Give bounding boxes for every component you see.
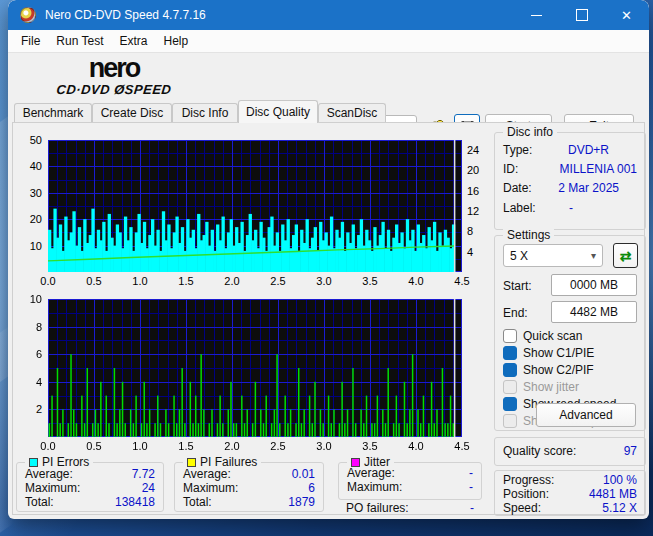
quick-scan-label: Quick scan	[523, 329, 582, 343]
po-failures-label: PO failures:	[346, 501, 409, 515]
show-read-speed-checkbox[interactable]	[503, 397, 517, 411]
minimize-icon	[531, 15, 542, 16]
tab-benchmark[interactable]: Benchmark	[14, 103, 92, 122]
jitter-maximum-value: -	[469, 480, 473, 494]
quality-score-row: Quality score: 97	[503, 444, 637, 458]
disc-info-title: Disc info	[503, 125, 557, 139]
nero-logo: nero CD·DVD ØSPEED	[34, 55, 194, 96]
pie-total-label: Total:	[25, 495, 54, 509]
pif-average-value: 0.01	[292, 467, 315, 481]
quality-score-panel: Quality score: 97	[494, 437, 646, 466]
progress-panel: Progress: 100 % Position: 4481 MB Speed:…	[494, 470, 646, 516]
axis-tick-label: 12	[467, 205, 493, 217]
quick-scan-checkbox-row[interactable]: Quick scan	[503, 329, 582, 343]
pie-average-value: 7.72	[132, 467, 155, 481]
end-mb-input[interactable]: 4482 MB	[551, 301, 637, 323]
tab-scandisc[interactable]: ScanDisc	[318, 103, 386, 122]
show-c1-pie-checkbox[interactable]	[503, 346, 517, 360]
axis-tick-label: 10	[16, 240, 42, 252]
disc-id-label: ID:	[503, 162, 518, 176]
pie-total-row: Total: 138418	[25, 495, 155, 509]
disc-id-row: ID: MILLENIA 001	[503, 162, 637, 176]
disc-type-value: DVD+R	[568, 143, 609, 157]
show-c2-pif-label: Show C2/PIF	[523, 363, 594, 377]
end-mb-label: End:	[503, 306, 528, 320]
pie-average-label: Average:	[25, 467, 73, 481]
axis-tick-label: 2	[16, 403, 42, 415]
progress-row: Progress: 100 %	[503, 473, 637, 487]
axis-tick-label: 3.0	[309, 275, 339, 287]
axis-tick-label: 20	[467, 164, 493, 176]
disc-date-value: 2 Mar 2025	[558, 181, 619, 195]
pie-maximum-row: Maximum: 24	[25, 481, 155, 495]
chart-plot-area	[48, 140, 462, 272]
title-bar: Nero CD-DVD Speed 4.7.7.16 ✕	[8, 0, 649, 30]
axis-tick-label: 1.0	[125, 440, 155, 452]
jitter-panel: Jitter Average: - Maximum: -	[338, 462, 482, 500]
app-icon	[20, 7, 36, 23]
jitter-maximum-row: Maximum: -	[347, 480, 473, 494]
disc-type-label: Type:	[503, 143, 532, 157]
progress-label: Progress:	[503, 473, 554, 487]
axis-tick-label: 4.5	[447, 275, 477, 287]
pif-total-value: 1879	[288, 495, 315, 509]
tab-disc-info[interactable]: Disc Info	[172, 103, 238, 122]
show-c2-pif-checkbox[interactable]	[503, 363, 517, 377]
start-mb-label: Start:	[503, 279, 532, 293]
axis-tick-label: 4.0	[401, 275, 431, 287]
position-row: Position: 4481 MB	[503, 487, 637, 501]
close-button[interactable]: ✕	[604, 0, 649, 30]
position-label: Position:	[503, 487, 549, 501]
pif-average-label: Average:	[183, 467, 231, 481]
axis-tick-label: 30	[16, 187, 42, 199]
disc-label-label: Label:	[503, 201, 536, 215]
axis-tick-label: 8	[16, 321, 42, 333]
speed-select-value: 5 X	[510, 249, 528, 263]
chart-plot-area	[48, 299, 462, 437]
quick-scan-checkbox[interactable]	[503, 329, 517, 343]
show-c1-pie-label: Show C1/PIE	[523, 346, 594, 360]
app-window: Nero CD-DVD Speed 4.7.7.16 ✕ File Run Te…	[8, 0, 649, 519]
menu-file[interactable]: File	[8, 30, 48, 52]
pie-maximum-value: 24	[142, 481, 155, 495]
maximize-button[interactable]	[559, 0, 604, 30]
axis-tick-label: 16	[467, 185, 493, 197]
pif-maximum-label: Maximum:	[183, 481, 238, 495]
menu-extra[interactable]: Extra	[111, 30, 155, 52]
minimize-button[interactable]	[514, 0, 559, 30]
axis-tick-label: 0.0	[33, 275, 63, 287]
disc-date-row: Date: 2 Mar 2025	[503, 181, 637, 195]
pif-total-row: Total: 1879	[183, 495, 315, 509]
settings-panel: Settings 5 X ▾ ⇄ Start: 0000 MB End: 448…	[494, 235, 646, 431]
quality-score-value: 97	[624, 444, 637, 458]
tab-disc-quality[interactable]: Disc Quality	[238, 100, 318, 123]
position-value: 4481 MB	[589, 487, 637, 501]
menu-help[interactable]: Help	[156, 30, 197, 52]
disc-label-row: Label: -	[503, 201, 637, 215]
menu-run-test[interactable]: Run Test	[48, 30, 111, 52]
start-mb-input[interactable]: 0000 MB	[551, 274, 637, 296]
show-jitter-checkbox-row: Show jitter	[503, 380, 579, 394]
advanced-button[interactable]: Advanced	[536, 403, 636, 427]
show-c1-pie-checkbox-row[interactable]: Show C1/PIE	[503, 346, 594, 360]
axis-tick-label: 3.0	[309, 440, 339, 452]
axis-tick-label: 0.5	[79, 440, 109, 452]
settings-title: Settings	[503, 228, 554, 242]
axis-tick-label: 2.5	[263, 440, 293, 452]
jitter-maximum-label: Maximum:	[347, 480, 402, 494]
chevron-down-icon: ▾	[591, 250, 596, 261]
refresh-button[interactable]: ⇄	[613, 243, 638, 268]
axis-tick-label: 0.5	[79, 275, 109, 287]
axis-tick-label: 40	[16, 160, 42, 172]
tab-strip: Benchmark Create Disc Disc Info Disc Qua…	[8, 100, 649, 123]
speed-select[interactable]: 5 X ▾	[503, 244, 603, 267]
tab-create-disc[interactable]: Create Disc	[92, 103, 172, 122]
axis-tick-label: 4.0	[401, 440, 431, 452]
axis-tick-label: 24	[467, 144, 493, 156]
show-c2-pif-checkbox-row[interactable]: Show C2/PIF	[503, 363, 594, 377]
pi-errors-chart: 102030405048121620240.00.51.01.52.02.53.…	[14, 136, 492, 292]
refresh-icon: ⇄	[620, 248, 632, 264]
pi-failures-chart: 2468100.00.51.01.52.02.53.03.54.04.5	[14, 295, 492, 455]
axis-tick-label: 1.0	[125, 275, 155, 287]
jitter-average-row: Average: -	[347, 466, 473, 480]
